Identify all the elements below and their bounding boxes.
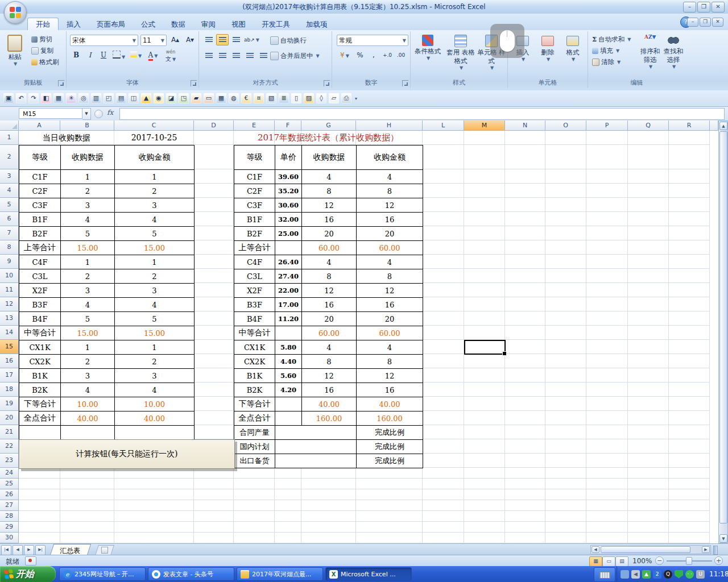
number-format-combo[interactable]: 常规▼: [337, 35, 408, 46]
column-header-B[interactable]: B: [60, 120, 114, 131]
comma-button[interactable]: ,: [367, 50, 380, 61]
right-table-price[interactable]: [275, 326, 302, 340]
right-table-grade[interactable]: B1K: [234, 369, 275, 383]
right-table-amount[interactable]: 4: [357, 340, 423, 355]
font-size-combo[interactable]: 11▼: [140, 35, 167, 46]
decrease-decimal-button[interactable]: .00: [395, 50, 407, 61]
column-header-M[interactable]: M: [464, 120, 505, 131]
row-header-27[interactable]: 27: [0, 500, 19, 511]
right-table-qty[interactable]: 160.00: [302, 411, 357, 426]
volume-tray-icon[interactable]: ◀: [631, 570, 640, 579]
wb-close-button[interactable]: ✕: [712, 18, 723, 27]
right-table-grade[interactable]: X2F: [234, 284, 275, 298]
print-icon[interactable]: ⎙: [341, 93, 351, 103]
left-table-grade[interactable]: C2F: [19, 184, 61, 198]
align-bottom-button[interactable]: [230, 34, 242, 45]
right-table-qty[interactable]: 16: [302, 298, 357, 312]
right-table-qty[interactable]: 12: [302, 369, 357, 383]
left-table-qty[interactable]: 3: [61, 284, 115, 298]
left-table-grade[interactable]: C3L: [19, 269, 61, 284]
horizontal-scrollbar[interactable]: ◀ ▶: [590, 545, 711, 554]
right-table-amount[interactable]: 160.00: [357, 411, 423, 426]
left-table-qty[interactable]: 10.00: [61, 397, 115, 411]
column-header-N[interactable]: N: [505, 120, 545, 131]
row-header-12[interactable]: 12: [0, 297, 19, 311]
color-palette-icon[interactable]: ◧: [41, 93, 51, 103]
vertical-scrollbar[interactable]: ▲ ▼: [718, 120, 728, 543]
right-table-amount[interactable]: 40.00: [357, 397, 423, 411]
row-header-21[interactable]: 21: [0, 425, 19, 439]
align-center-button[interactable]: [216, 50, 229, 61]
scroll-up-icon[interactable]: ▲: [719, 122, 727, 130]
percent-button[interactable]: %: [354, 50, 366, 61]
right-table-qty[interactable]: 40.00: [302, 397, 357, 411]
left-table-amount[interactable]: 15.00: [115, 241, 195, 255]
left-table-qty[interactable]: 5: [61, 227, 115, 241]
format-painter-button[interactable]: 格式刷: [30, 56, 61, 68]
right-table-qty[interactable]: 4: [302, 255, 357, 269]
left-table-qty[interactable]: 1: [61, 255, 115, 269]
update-arrow-tray-icon[interactable]: ▲: [642, 570, 651, 579]
left-table-grade[interactable]: B2F: [19, 227, 61, 241]
right-table-amount[interactable]: 12: [357, 284, 423, 298]
left-table-qty[interactable]: 4: [61, 213, 115, 227]
right-table-grade[interactable]: B2K: [234, 383, 275, 397]
task-toutiao[interactable]: 发表文章 - 头条号: [148, 567, 234, 581]
left-table-amount[interactable]: 1: [115, 255, 195, 269]
sort-filter-button[interactable]: AZ▼ 排序和筛选▼: [638, 32, 662, 69]
edit-cell-icon[interactable]: ◪: [166, 93, 176, 103]
font-color-button[interactable]: A▼: [145, 50, 161, 61]
row-header-29[interactable]: 29: [0, 522, 19, 533]
left-table-qty[interactable]: 2: [61, 355, 115, 369]
right-table-amount[interactable]: 12: [357, 198, 423, 213]
left-table-grade[interactable]: B4F: [19, 312, 61, 326]
left-table-amount[interactable]: 3: [115, 284, 195, 298]
row-header-2[interactable]: 2: [0, 145, 19, 169]
right-table-grade[interactable]: CX1K: [234, 340, 275, 355]
column-header-H[interactable]: H: [356, 120, 423, 131]
right-table-grade[interactable]: C4F: [234, 255, 275, 269]
left-table-amount[interactable]: 15.00: [115, 326, 195, 340]
right-table-amount[interactable]: 16: [357, 213, 423, 227]
column-header-G[interactable]: G: [301, 120, 356, 131]
font-name-combo[interactable]: 宋体▼: [70, 35, 138, 46]
left-table-amount[interactable]: 1: [115, 170, 195, 184]
right-table-price[interactable]: 35.20: [275, 184, 302, 198]
left-table-amount[interactable]: 3: [115, 198, 195, 213]
row-header-16[interactable]: 16: [0, 354, 19, 368]
right-table-amount[interactable]: 8: [357, 355, 423, 369]
right-table-grade[interactable]: C2F: [234, 184, 275, 198]
right-table-grade[interactable]: B4F: [234, 312, 275, 326]
right-table-header[interactable]: 收购金额: [357, 146, 423, 170]
open-folder-icon[interactable]: ▨: [304, 93, 314, 103]
left-table-grade[interactable]: 上等合计: [19, 241, 61, 255]
left-table-grade[interactable]: CX1K: [19, 340, 61, 355]
wechat-tray-icon[interactable]: · ·: [685, 570, 694, 579]
right-table-qty[interactable]: 12: [302, 198, 357, 213]
right-table-price[interactable]: [275, 411, 302, 426]
format-cells-button[interactable]: 格式▼: [561, 32, 584, 62]
settings-icon[interactable]: ✳: [66, 93, 76, 103]
right-table-qty[interactable]: 12: [302, 284, 357, 298]
view-table-icon[interactable]: ▦: [53, 93, 64, 103]
left-table-qty[interactable]: 1: [61, 170, 115, 184]
wb-minimize-button[interactable]: –: [687, 18, 698, 27]
right-table-qty[interactable]: 20: [302, 312, 357, 326]
right-table-price[interactable]: 5.60: [275, 369, 302, 383]
scroll-down-icon[interactable]: ▼: [719, 534, 727, 543]
cut-button[interactable]: 剪切: [30, 34, 61, 45]
row-header-8[interactable]: 8: [0, 240, 19, 255]
increase-decimal-button[interactable]: +.0: [381, 50, 394, 61]
right-table-qty[interactable]: 16: [302, 213, 357, 227]
row-header-6[interactable]: 6: [0, 212, 19, 226]
copy-button[interactable]: 复制: [30, 45, 61, 56]
right-table-amount[interactable]: 12: [357, 369, 423, 383]
right-table-amount[interactable]: 8: [357, 184, 423, 198]
right-table-qty[interactable]: 8: [302, 184, 357, 198]
select-all-corner[interactable]: [0, 120, 19, 131]
autosum-button[interactable]: Σ自动求和▼: [590, 34, 632, 45]
right-table-qty[interactable]: 8: [302, 355, 357, 369]
row-header-22[interactable]: 22: [0, 439, 19, 454]
left-table-amount[interactable]: 1: [115, 340, 195, 355]
paste-table-icon[interactable]: ▤: [116, 93, 126, 103]
